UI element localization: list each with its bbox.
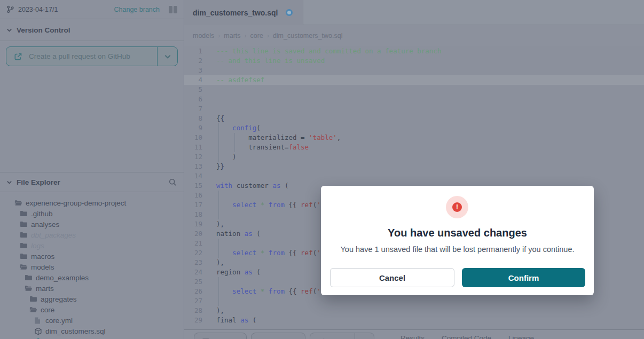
indent-guide xyxy=(218,210,219,219)
tab-results[interactable]: Results xyxy=(400,334,425,339)
create-pr-label: Create a pull request on GitHub xyxy=(29,52,130,60)
code-text: ), xyxy=(216,219,224,229)
chevron-down-icon xyxy=(6,179,12,185)
code-text: materialized = 'table', xyxy=(216,133,341,143)
git-branch-icon xyxy=(6,5,14,13)
line-number: 4 xyxy=(184,75,202,85)
code-line-27[interactable]: 27 xyxy=(184,296,644,306)
tree-item-marts[interactable]: marts xyxy=(0,283,184,294)
tree-item-label: dbt_packages xyxy=(31,231,76,239)
line-number: 18 xyxy=(184,210,202,219)
tree-item-dim-customers-sql[interactable]: dim_customers.sql xyxy=(0,326,184,336)
tree-item-label: demo_examples xyxy=(36,274,89,282)
code-line-14[interactable]: 14 xyxy=(184,171,644,181)
code-line-13[interactable]: 13}} xyxy=(184,162,644,171)
sidebar: 2023-04-17/1 Change branch Version Contr… xyxy=(0,0,184,339)
folder-icon xyxy=(20,242,28,250)
line-number: 15 xyxy=(184,181,202,191)
code-text: ), xyxy=(216,258,224,267)
breadcrumb-item[interactable]: core xyxy=(250,32,263,40)
folder-open-icon xyxy=(20,263,28,271)
file-explorer-header[interactable]: File Explorer xyxy=(0,172,184,192)
confirm-button[interactable]: Confirm xyxy=(462,268,585,287)
line-number: 24 xyxy=(184,267,202,277)
breadcrumb: models›marts›core›dim_customers_two.sql xyxy=(184,25,644,46)
tree-item[interactable] xyxy=(0,336,184,339)
tab-lineage[interactable]: Lineage xyxy=(508,334,534,339)
code-line-3[interactable]: 3 xyxy=(184,66,644,75)
folder-icon xyxy=(20,231,28,239)
tree-item-label: macros xyxy=(31,253,54,261)
docs-book-icon[interactable] xyxy=(169,6,177,13)
tree-item-macros[interactable]: macros xyxy=(0,251,184,262)
code-line-4[interactable]: 4-- asdfefsef xyxy=(184,75,644,85)
code-line-12[interactable]: 12 ) xyxy=(184,152,644,162)
search-icon[interactable] xyxy=(168,178,177,187)
code-line-8[interactable]: 8{{ xyxy=(184,114,644,123)
tree-item-dbt-packages[interactable]: dbt_packages xyxy=(0,230,184,240)
build-dropdown-caret[interactable] xyxy=(355,333,374,339)
version-control-title: Version Control xyxy=(17,26,70,34)
code-text: -- asdfefsef xyxy=(216,75,264,85)
breadcrumb-item[interactable]: marts xyxy=(224,32,240,40)
indent-guide xyxy=(218,191,219,200)
tree-item-aggregates[interactable]: aggregates xyxy=(0,294,184,304)
code-text: select * from {{ ref('s xyxy=(216,287,325,296)
tree-item-core[interactable]: core xyxy=(0,304,184,315)
preview-button[interactable]: Preview xyxy=(194,333,247,339)
compile-button[interactable]: Compile xyxy=(251,333,305,339)
dialog-body-text: You have 1 unsaved file that will be los… xyxy=(334,245,581,254)
cancel-button[interactable]: Cancel xyxy=(330,268,454,287)
tree-item-core-yml[interactable]: core.yml xyxy=(0,315,184,326)
code-line-9[interactable]: 9 config( xyxy=(184,123,644,133)
code-line-6[interactable]: 6 xyxy=(184,94,644,104)
code-text: -- and this line is unsaved xyxy=(216,56,325,66)
chevron-down-icon xyxy=(6,27,12,33)
tree-item-label: experience-group-demo-project xyxy=(26,199,126,207)
tab-compiled-code[interactable]: Compiled Code xyxy=(442,334,491,339)
tree-item-analyses[interactable]: analyses xyxy=(0,219,184,230)
code-line-11[interactable]: 11 transient=false xyxy=(184,143,644,152)
pr-dropdown-caret[interactable] xyxy=(157,47,177,66)
line-number: 6 xyxy=(184,94,202,104)
line-number: 22 xyxy=(184,248,202,258)
line-number: 11 xyxy=(184,143,202,152)
code-line-7[interactable]: 7 xyxy=(184,104,644,114)
code-line-10[interactable]: 10 materialized = 'table', xyxy=(184,133,644,143)
change-branch-link[interactable]: Change branch xyxy=(114,6,160,13)
line-number: 25 xyxy=(184,277,202,287)
code-text: final as ( xyxy=(216,316,256,325)
tree-item-label: .github xyxy=(31,210,53,218)
code-text: --- this line is saved and committed on … xyxy=(216,46,441,56)
code-text: select * from {{ ref('s xyxy=(216,248,325,258)
tree-item-label: dim_customers.sql xyxy=(45,327,106,335)
code-line-29[interactable]: 29final as ( xyxy=(184,316,644,325)
tab-bar: dim_customers_two.sql xyxy=(184,0,644,25)
tree-item-experience-group-demo-project[interactable]: experience-group-demo-project xyxy=(0,198,184,208)
version-control-header[interactable]: Version Control xyxy=(0,19,184,41)
create-pr-button[interactable]: Create a pull request on GitHub xyxy=(6,46,178,66)
tree-item-demo-examples[interactable]: demo_examples xyxy=(0,272,184,283)
tree-item--github[interactable]: .github xyxy=(0,208,184,219)
code-text: ) xyxy=(216,152,237,162)
code-line-28[interactable]: 28), xyxy=(184,306,644,316)
breadcrumb-item[interactable]: dim_customers_two.sql xyxy=(273,32,343,40)
line-number: 21 xyxy=(184,239,202,248)
breadcrumb-item[interactable]: models xyxy=(193,32,214,40)
code-text: config( xyxy=(216,123,261,133)
tab-dim-customers-two[interactable]: dim_customers_two.sql xyxy=(184,0,303,25)
build-button[interactable]: Build xyxy=(310,333,374,339)
code-line-5[interactable]: 5 xyxy=(184,85,644,94)
dialog-title: You have unsaved changes xyxy=(321,227,594,239)
tree-item-label: core.yml xyxy=(45,317,73,325)
line-number: 7 xyxy=(184,104,202,114)
code-line-2[interactable]: 2-- and this line is unsaved xyxy=(184,56,644,66)
branch-name: 2023-04-17/1 xyxy=(18,6,58,13)
tree-item-logs[interactable]: logs xyxy=(0,240,184,251)
tree-item-models[interactable]: models xyxy=(0,262,184,272)
line-number: 28 xyxy=(184,306,202,316)
tree-item-label: aggregates xyxy=(41,295,77,303)
code-line-1[interactable]: 1--- this line is saved and committed on… xyxy=(184,46,644,56)
tree-item-label: analyses xyxy=(31,220,59,228)
folder-icon xyxy=(25,274,33,282)
